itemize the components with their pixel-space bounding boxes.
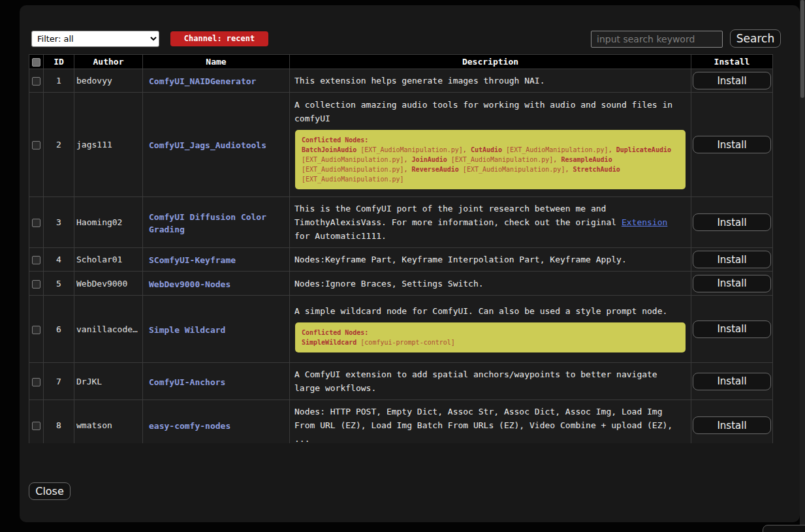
row-description: This is the ComfyUI port of the joint re…	[294, 202, 686, 243]
table-row: 4Scholar01SComfyUI-KeyframeNodes:Keyfram…	[29, 248, 773, 272]
page-scrollbar-thumb[interactable]	[800, 0, 804, 98]
row-id: 7	[44, 363, 74, 400]
row-description: This extension helps generate images thr…	[294, 74, 686, 87]
row-author: vanillacode314	[76, 324, 140, 334]
conflicted-nodes-box: Conflicted Nodes:BatchJoinAudio [EXT_Aud…	[295, 130, 686, 189]
custom-nodes-manager-dialog: Filter: all Channel: recent Search ID Au…	[20, 5, 800, 522]
header-id: ID	[44, 55, 74, 69]
row-author: jags111	[76, 140, 140, 149]
row-select-checkbox[interactable]	[32, 326, 40, 334]
table-row: 7DrJKLComfyUI-AnchorsA ComfyUI extension…	[29, 363, 773, 400]
row-select-checkbox[interactable]	[32, 280, 40, 289]
row-id: 8	[44, 400, 74, 444]
nodes-table-scroll-area[interactable]: ID Author Name Description Install 1bedo…	[29, 54, 781, 443]
node-name-link[interactable]: SComfyUI-Keyframe	[149, 255, 236, 265]
row-id: 4	[44, 248, 74, 272]
description-link[interactable]: Extension	[622, 217, 667, 227]
row-description: Nodes:Ignore Braces, Settings Switch.	[294, 277, 686, 290]
node-name-link[interactable]: easy-comfy-nodes	[149, 421, 230, 431]
conflicted-nodes-title: Conflicted Nodes:	[302, 135, 679, 145]
table-row: 3Haoming02ComfyUI Diffusion Color Gradin…	[29, 197, 773, 248]
table-header-row: ID Author Name Description Install	[29, 55, 773, 69]
install-button[interactable]: Install	[693, 72, 771, 89]
node-name-link[interactable]: ComfyUI_Jags_Audiotools	[149, 140, 266, 150]
header-install: Install	[691, 55, 773, 69]
node-name-link[interactable]: WebDev9000-Nodes	[149, 279, 230, 289]
conflicted-nodes-list: BatchJoinAudio [EXT_AudioManipulation.py…	[302, 145, 679, 184]
row-select-checkbox[interactable]	[32, 219, 40, 227]
custom-nodes-table: ID Author Name Description Install 1bedo…	[29, 54, 773, 443]
table-body: 1bedovyyComfyUI_NAIDGeneratorThis extens…	[29, 69, 773, 444]
row-author: bedovyy	[76, 76, 140, 86]
install-button[interactable]: Install	[693, 213, 771, 231]
install-button[interactable]: Install	[693, 251, 771, 268]
search-input[interactable]	[591, 31, 723, 48]
install-button[interactable]: Install	[693, 321, 771, 338]
table-row: 8wmatsoneasy-comfy-nodesNodes: HTTP POST…	[29, 400, 773, 444]
node-name-link[interactable]: Simple Wildcard	[149, 325, 225, 335]
filter-select[interactable]: Filter: all	[31, 31, 159, 47]
row-select-checkbox[interactable]	[32, 422, 40, 430]
row-select-checkbox[interactable]	[32, 77, 40, 86]
row-id: 6	[44, 296, 74, 363]
header-description: Description	[290, 55, 691, 69]
row-description: A ComfyUI extension to add spatial ancho…	[294, 368, 686, 395]
row-author: WebDev9000	[76, 279, 140, 289]
install-button[interactable]: Install	[693, 275, 771, 292]
conflicted-nodes-list: SimpleWildcard [comfyui-prompt-control]	[302, 337, 679, 347]
row-description: A simple wildcard node for ComfyUI. Can …	[294, 304, 686, 318]
search-button[interactable]: Search	[730, 29, 781, 48]
row-select-checkbox[interactable]	[32, 141, 40, 149]
row-id: 2	[44, 93, 74, 197]
conflicted-nodes-title: Conflicted Nodes:	[302, 328, 679, 337]
row-author: Haoming02	[76, 217, 140, 227]
close-button[interactable]: Close	[29, 482, 71, 500]
row-author: wmatson	[76, 420, 140, 430]
row-description: Nodes:Keyframe Part, Keyframe Interpolat…	[294, 253, 686, 266]
row-id: 1	[44, 69, 74, 93]
table-row: 6vanillacode314Simple WildcardA simple w…	[29, 296, 773, 363]
install-button[interactable]: Install	[693, 373, 771, 390]
install-button[interactable]: Install	[693, 416, 771, 434]
install-button[interactable]: Install	[693, 136, 771, 153]
channel-badge: Channel: recent	[170, 31, 268, 46]
background-panel-corner	[763, 525, 805, 532]
table-row: 5WebDev9000WebDev9000-NodesNodes:Ignore …	[29, 272, 773, 296]
node-name-link[interactable]: ComfyUI Diffusion Color Grading	[149, 212, 266, 234]
node-name-link[interactable]: ComfyUI_NAIDGenerator	[149, 76, 256, 86]
row-select-checkbox[interactable]	[32, 378, 40, 386]
header-select-cell	[29, 55, 44, 69]
page-scrollbar[interactable]	[800, 0, 805, 532]
row-select-checkbox[interactable]	[32, 256, 40, 264]
row-description: A collection amazing audio tools for wor…	[294, 98, 686, 125]
conflicted-nodes-box: Conflicted Nodes:SimpleWildcard [comfyui…	[295, 322, 686, 352]
node-name-link[interactable]: ComfyUI-Anchors	[149, 377, 225, 387]
row-id: 5	[44, 272, 74, 296]
row-description: Nodes: HTTP POST, Empty Dict, Assoc Str,…	[294, 405, 686, 443]
select-all-checkbox[interactable]	[32, 58, 40, 67]
table-row: 1bedovyyComfyUI_NAIDGeneratorThis extens…	[29, 69, 773, 93]
header-author: Author	[74, 55, 143, 69]
row-id: 3	[44, 197, 74, 248]
table-row: 2jags111ComfyUI_Jags_AudiotoolsA collect…	[29, 93, 773, 197]
row-author: Scholar01	[76, 255, 140, 264]
row-author: DrJKL	[76, 377, 140, 386]
header-name: Name	[143, 55, 290, 69]
